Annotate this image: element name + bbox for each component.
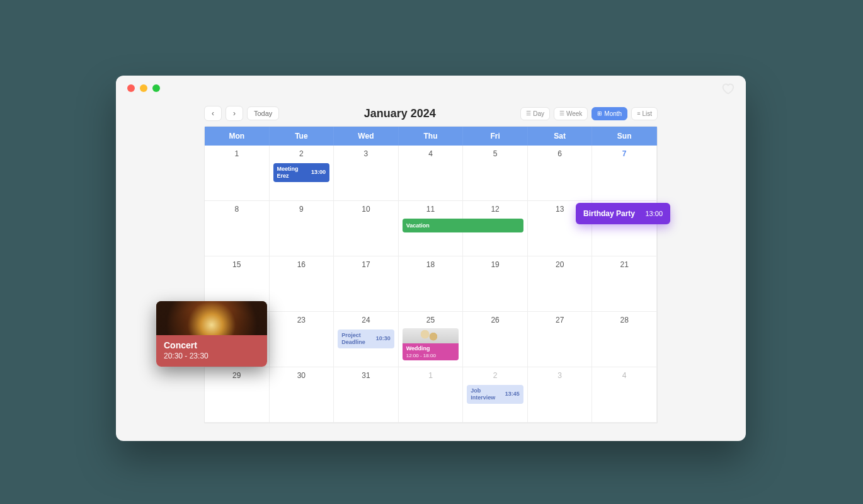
day-cell[interactable]: 12 bbox=[463, 201, 528, 256]
day-number: 28 bbox=[597, 316, 651, 324]
day-cell[interactable]: 4 bbox=[592, 367, 657, 423]
day-cell[interactable]: 29 bbox=[205, 367, 270, 423]
day-cell[interactable]: 31 bbox=[334, 367, 399, 423]
day-cell[interactable]: 5 bbox=[463, 146, 528, 201]
day-number: 8 bbox=[210, 205, 264, 214]
day-header: Tue bbox=[270, 127, 334, 146]
day-number: 16 bbox=[275, 260, 329, 269]
event-time: 13:00 bbox=[645, 210, 663, 217]
heart-icon bbox=[721, 81, 734, 95]
event-concert-card[interactable]: Concert 20:30 - 23:30 bbox=[156, 301, 267, 367]
day-cell[interactable]: 9 bbox=[270, 201, 334, 256]
day-cell[interactable]: 21 bbox=[592, 256, 657, 312]
day-cell[interactable]: 1 bbox=[205, 146, 270, 201]
day-number: 2 bbox=[275, 149, 329, 158]
day-cell[interactable]: 2Job Interview13:45 bbox=[463, 367, 528, 423]
day-header: Wed bbox=[334, 127, 399, 146]
day-cell[interactable]: 10 bbox=[334, 201, 399, 256]
day-number: 7 bbox=[597, 149, 651, 158]
event-deadline[interactable]: Project Deadline10:30 bbox=[338, 329, 394, 348]
minimize-icon[interactable] bbox=[140, 84, 147, 92]
next-button[interactable]: › bbox=[226, 106, 243, 121]
day-cell[interactable]: 26 bbox=[463, 312, 528, 367]
week-icon: ☰ bbox=[559, 110, 564, 117]
day-cell[interactable]: 11Vacation bbox=[399, 201, 464, 256]
event-time: 12:00 - 18:00 bbox=[406, 353, 436, 359]
view-month-button[interactable]: ⊞Month bbox=[592, 107, 627, 120]
day-cell[interactable]: 17 bbox=[334, 256, 399, 312]
event-label: Meeting Erez bbox=[277, 166, 312, 180]
day-cell[interactable]: 3 bbox=[528, 367, 593, 423]
event-meeting[interactable]: Meeting Erez13:00 bbox=[273, 163, 330, 182]
day-cell[interactable]: 1 bbox=[399, 367, 464, 423]
day-cell[interactable]: 30 bbox=[270, 367, 334, 423]
day-number: 27 bbox=[533, 316, 587, 324]
month-icon: ⊞ bbox=[597, 110, 602, 117]
maximize-icon[interactable] bbox=[152, 84, 160, 92]
calendar-title: January 2024 bbox=[364, 107, 436, 120]
day-cell[interactable]: 6 bbox=[528, 146, 593, 201]
day-number: 12 bbox=[468, 205, 522, 214]
day-number: 29 bbox=[210, 371, 264, 380]
month-grid: 12Meeting Erez13:0034567891011Vacation12… bbox=[205, 146, 657, 423]
day-number: 3 bbox=[533, 371, 587, 380]
day-number: 5 bbox=[468, 149, 522, 158]
day-number: 26 bbox=[468, 316, 522, 324]
today-button[interactable]: Today bbox=[247, 106, 279, 120]
day-number: 25 bbox=[404, 316, 458, 324]
event-label: Project Deadline bbox=[341, 332, 376, 346]
day-cell[interactable]: 7 bbox=[592, 146, 657, 201]
chevron-right-icon: › bbox=[233, 109, 236, 118]
day-cell[interactable]: 3 bbox=[334, 146, 399, 201]
day-number: 10 bbox=[339, 205, 393, 214]
day-header: Thu bbox=[399, 127, 464, 146]
event-label: Vacation bbox=[406, 222, 430, 229]
day-number: 2 bbox=[468, 371, 522, 380]
event-time: 10:30 bbox=[376, 335, 391, 342]
list-icon: ≡ bbox=[637, 110, 640, 117]
day-header: Sun bbox=[592, 127, 657, 146]
day-header: Fri bbox=[463, 127, 528, 146]
calendar-grid: MonTueWedThuFriSatSun 12Meeting Erez13:0… bbox=[204, 126, 658, 423]
day-cell[interactable]: 2Meeting Erez13:00 bbox=[270, 146, 334, 201]
day-number: 1 bbox=[404, 371, 458, 380]
day-cell[interactable]: 23 bbox=[270, 312, 334, 367]
day-number: 4 bbox=[404, 149, 458, 158]
day-number: 3 bbox=[339, 149, 393, 158]
day-number: 15 bbox=[210, 260, 264, 269]
event-wedding[interactable]: Wedding12:00 - 18:00 bbox=[403, 343, 459, 360]
day-cell[interactable]: 28 bbox=[592, 312, 657, 367]
close-icon[interactable] bbox=[127, 84, 135, 92]
day-cell[interactable]: 18 bbox=[399, 256, 464, 312]
day-cell[interactable]: 16 bbox=[270, 256, 334, 312]
event-time: 20:30 - 23:30 bbox=[164, 352, 260, 360]
day-cell[interactable]: 20 bbox=[528, 256, 593, 312]
day-number: 31 bbox=[339, 371, 393, 380]
day-cell[interactable]: 19 bbox=[463, 256, 528, 312]
day-number: 24 bbox=[339, 316, 393, 324]
window-titlebar bbox=[116, 76, 746, 101]
view-day-button[interactable]: ☰Day bbox=[520, 107, 550, 120]
day-icon: ☰ bbox=[526, 110, 531, 117]
view-list-button[interactable]: ≡List bbox=[631, 107, 658, 120]
event-time: 13:45 bbox=[505, 391, 520, 398]
day-cell[interactable]: 25Wedding12:00 - 18:00 bbox=[399, 312, 464, 367]
prev-button[interactable]: ‹ bbox=[204, 106, 222, 121]
day-header: Sat bbox=[528, 127, 593, 146]
day-cell[interactable]: 27 bbox=[528, 312, 593, 367]
day-header: Mon bbox=[205, 127, 270, 146]
view-week-button[interactable]: ☰Week bbox=[554, 107, 588, 120]
wedding-image[interactable] bbox=[403, 328, 459, 343]
chevron-left-icon: ‹ bbox=[212, 109, 214, 118]
day-number: 21 bbox=[597, 260, 651, 269]
day-number: 18 bbox=[404, 260, 458, 269]
event-job-interview[interactable]: Job Interview13:45 bbox=[467, 385, 523, 404]
day-cell[interactable]: 4 bbox=[399, 146, 464, 201]
calendar-toolbar: ‹ › Today January 2024 ☰Day ☰Week ⊞Month… bbox=[116, 101, 746, 126]
event-label: Job Interview bbox=[471, 387, 505, 401]
day-cell[interactable]: 24Project Deadline10:30 bbox=[334, 312, 399, 367]
event-birthday-card[interactable]: Birthday Party 13:00 bbox=[576, 203, 670, 224]
concert-image bbox=[156, 301, 267, 335]
day-cell[interactable]: 8 bbox=[205, 201, 270, 256]
day-number: 11 bbox=[404, 205, 458, 214]
